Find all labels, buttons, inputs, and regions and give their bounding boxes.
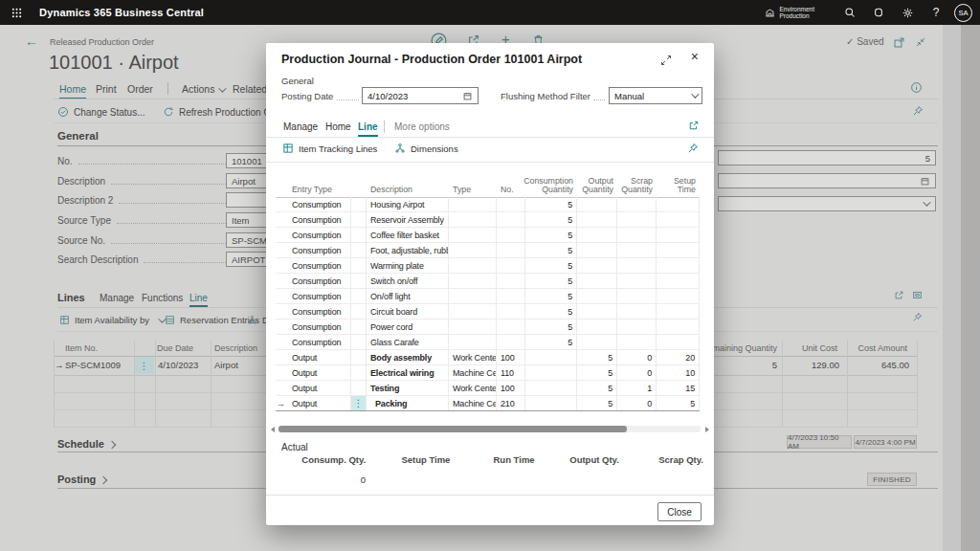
type-cell[interactable] [449,228,497,242]
row-menu-cell[interactable] [351,197,367,211]
output-qty-cell[interactable] [577,320,617,334]
type-cell[interactable] [449,212,497,227]
type-cell[interactable] [449,243,497,257]
type-col-header[interactable]: Type [449,172,497,197]
entry-type-cell[interactable]: Output [288,381,351,395]
type-cell[interactable] [449,335,497,349]
search-icon[interactable] [835,7,864,18]
no-cell[interactable] [497,274,525,288]
pin-icon[interactable] [687,143,699,154]
row-select-indicator[interactable] [276,197,288,211]
expand-dialog-icon[interactable] [660,55,672,66]
consumption-qty-cell[interactable]: 5 [525,212,577,227]
share-icon[interactable] [688,120,700,131]
journal-row[interactable]: ConsumptionHousing Airpot5 [276,197,700,212]
output-qty-cell[interactable] [577,243,617,257]
dimensions-button[interactable]: Dimensions [394,143,458,154]
scrap-qty-cell[interactable] [617,304,657,319]
scrap-qty-cell[interactable]: 0 [617,396,657,410]
setup-time-cell[interactable]: 5 [657,396,700,410]
scrap-qty-cell[interactable]: 1 [617,381,657,395]
consumption-qty-cell[interactable]: 5 [525,289,577,303]
waffle-menu-icon[interactable] [2,8,31,18]
scrap-qty-cell[interactable] [617,258,657,273]
setup-time-cell[interactable] [657,258,700,273]
scrap-qty-cell[interactable] [617,228,657,242]
output-qty-cell[interactable]: 5 [577,350,617,364]
consumption-qty-cell[interactable]: 5 [525,274,577,288]
row-menu-cell[interactable]: ⋮ [351,396,367,410]
consumption-qty-col-header[interactable]: Consumption Quantity [525,172,577,197]
description-cell[interactable]: Housing Airpot [367,197,449,211]
row-menu-cell[interactable] [351,228,367,242]
output-qty-cell[interactable]: 5 [577,396,617,410]
setup-time-cell[interactable] [657,304,700,319]
scrap-qty-cell[interactable] [617,197,657,211]
no-cell[interactable] [497,335,525,349]
output-qty-cell[interactable] [577,274,617,288]
entry-type-cell[interactable]: Consumption [288,243,351,257]
row-menu-cell[interactable] [351,320,367,334]
journal-row[interactable]: ConsumptionPower cord5 [276,320,700,335]
consumption-qty-cell[interactable]: 5 [525,243,577,257]
description-cell[interactable]: Body assembly [367,350,449,364]
no-cell[interactable] [497,212,525,227]
scrap-qty-cell[interactable]: 0 [617,365,657,380]
entry-type-cell[interactable]: Consumption [288,289,351,303]
output-qty-cell[interactable] [577,304,617,319]
app-title[interactable]: Dynamics 365 Business Central [39,7,204,18]
no-cell[interactable] [497,228,525,242]
row-select-indicator[interactable] [276,365,288,380]
consumption-qty-cell[interactable]: 5 [525,320,577,334]
row-menu-cell[interactable] [351,243,367,257]
journal-row[interactable]: →Output⋮PackingMachine Center210505 [276,396,700,411]
modal-tab-line[interactable]: Line [358,121,378,137]
type-cell[interactable] [449,304,497,319]
journal-row[interactable]: ConsumptionSwitch on/off5 [276,274,700,289]
description-cell[interactable]: Reservoir Assembly [367,212,449,227]
no-cell[interactable] [497,197,525,211]
modal-tab-more-options[interactable]: More options [394,121,450,132]
entry-type-cell[interactable]: Consumption [288,320,351,334]
copilot-icon[interactable] [864,7,893,18]
environment-badge[interactable]: Environment Production [765,6,815,19]
consumption-qty-cell[interactable]: 5 [525,304,577,319]
no-cell[interactable]: 100 [497,350,525,364]
scrap-qty-cell[interactable] [617,274,657,288]
setup-time-cell[interactable] [657,289,700,303]
output-qty-cell[interactable] [577,228,617,242]
output-qty-cell[interactable] [577,289,617,303]
scroll-left-arrow[interactable] [271,427,275,432]
close-dialog-icon[interactable]: × [691,49,699,64]
row-menu-cell[interactable] [351,350,367,364]
entry-type-cell[interactable]: Consumption [288,304,351,319]
modal-tab-home[interactable]: Home [325,121,351,132]
row-select-indicator[interactable] [276,212,288,227]
output-qty-cell[interactable] [577,335,617,349]
scrap-qty-cell[interactable] [617,335,657,349]
no-cell[interactable] [497,320,525,334]
setup-time-col-header[interactable]: Setup Time [657,172,700,197]
description-cell[interactable]: Power cord [367,320,449,334]
row-select-indicator[interactable] [276,304,288,319]
entry-type-cell[interactable]: Output [288,350,351,364]
description-cell[interactable]: On/off light [367,289,449,303]
calendar-icon[interactable] [462,91,473,101]
scrap-qty-cell[interactable] [617,289,657,303]
row-menu-cell[interactable] [351,381,367,395]
row-select-indicator[interactable] [276,320,288,334]
journal-row[interactable]: ConsumptionWarming plate5 [276,258,700,274]
output-qty-cell[interactable]: 5 [577,381,617,395]
consumption-qty-cell[interactable]: 5 [525,335,577,349]
setup-time-cell[interactable] [657,197,700,211]
entry-type-col-header[interactable]: Entry Type [288,172,351,197]
output-qty-cell[interactable] [577,197,617,211]
flushing-method-filter-select[interactable]: Manual [609,87,702,104]
description-cell[interactable]: Foot, adjustable, rubber [367,243,449,257]
consumption-qty-cell[interactable]: 5 [525,228,577,242]
no-cell[interactable]: 100 [497,381,525,395]
no-cell[interactable] [497,243,525,257]
description-cell[interactable]: Packing [367,396,449,410]
consumption-qty-cell[interactable] [525,381,577,395]
row-select-indicator[interactable] [276,335,288,349]
